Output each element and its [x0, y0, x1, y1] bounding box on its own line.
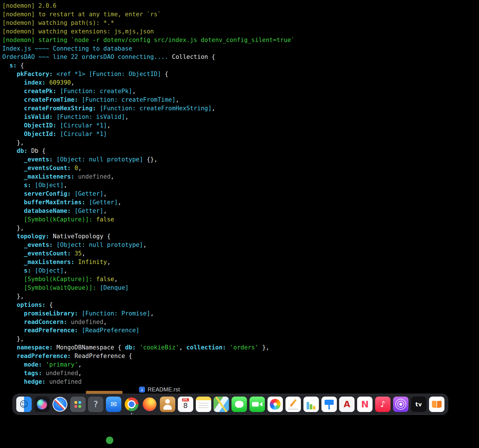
- dock-icon-books[interactable]: [429, 397, 444, 412]
- terminal-line: _maxListeners: undefined,: [2, 173, 479, 181]
- dock-icon-keynote[interactable]: [321, 397, 337, 412]
- terminal-text-segment: [78, 96, 82, 103]
- terminal-text-segment: [2, 310, 24, 317]
- dock-icon-safari[interactable]: [52, 397, 68, 412]
- terminal-text-segment: _eventsCount:: [24, 165, 71, 171]
- terminal-text-segment: ,: [118, 199, 122, 206]
- terminal-text-segment: [Circular *1]: [60, 122, 107, 129]
- terminal-text-segment: _events:: [24, 156, 53, 163]
- dock-icon-photos[interactable]: [267, 397, 283, 412]
- terminal-line: tags: undefined,: [2, 369, 479, 378]
- terminal-text-segment: [78, 310, 82, 317]
- dock-icon-siri[interactable]: [34, 397, 50, 412]
- terminal-text-segment: [71, 207, 75, 214]
- calendar-month: JUL: [182, 398, 189, 401]
- terminal-text-segment: [75, 259, 78, 265]
- terminal-text-segment: [2, 122, 24, 129]
- terminal-text-segment: s:: [9, 62, 17, 69]
- dock-icon-calendar[interactable]: JUL8: [178, 397, 193, 412]
- dock-icon-maps[interactable]: [214, 397, 229, 412]
- calendar-day: 8: [183, 401, 188, 410]
- dock-icon-numbers[interactable]: [303, 397, 319, 412]
- terminal-text-segment: [Getter]: [75, 190, 103, 197]
- terminal-text-segment: ,: [78, 361, 82, 368]
- dock-icon-mail[interactable]: ✉: [106, 397, 121, 412]
- terminal-text-segment: Infinity: [78, 259, 107, 265]
- terminal-text-segment: undefined: [46, 370, 78, 377]
- terminal-text-segment: ,: [64, 182, 67, 189]
- terminal-text-segment: ,: [110, 173, 114, 180]
- terminal-line: _maxListeners: Infinity,: [2, 258, 479, 267]
- terminal-text-segment: [Function: isValid]: [57, 113, 125, 120]
- dock-icon-missing-app[interactable]: ?: [88, 397, 103, 412]
- terminal-line: [Symbol(kCapture)]: false,: [2, 275, 479, 284]
- dock-icon-firefox[interactable]: [142, 397, 157, 412]
- terminal-text-segment: ReadPreference {: [71, 353, 132, 359]
- terminal-text-segment: _events:: [24, 241, 53, 248]
- terminal-text-segment: [2, 165, 24, 171]
- terminal-text-segment: ,: [107, 122, 111, 129]
- dock-icon-podcasts[interactable]: [393, 397, 408, 412]
- terminal-text-segment: [Function: createFromTime]: [82, 96, 176, 103]
- terminal-text-segment: undefined: [71, 319, 103, 325]
- dock-icon-autocad[interactable]: A: [339, 397, 355, 412]
- terminal-text-segment: [2, 62, 9, 69]
- dock-icon-news[interactable]: N: [357, 397, 373, 412]
- terminal-text-segment: ,: [179, 344, 186, 351]
- terminal-text-segment: false: [96, 276, 114, 283]
- dock-icon-launchpad[interactable]: [70, 397, 86, 412]
- background-window-readme[interactable]: ↓ README.rst: [139, 386, 180, 393]
- dock-icon-messages[interactable]: [232, 397, 247, 412]
- terminal-line: readConcern: undefined,: [2, 318, 479, 327]
- terminal-line: promiseLibrary: [Function: Promise],: [2, 309, 479, 318]
- terminal-text-segment: [226, 344, 230, 351]
- dock-icon-contacts[interactable]: [160, 397, 175, 412]
- dock-icon-pages[interactable]: [285, 397, 301, 412]
- terminal-text-segment: hedge:: [24, 378, 46, 385]
- terminal-line: s: [Object],: [2, 267, 479, 275]
- terminal-text-segment: pkFactory:: [17, 71, 53, 77]
- dock-icon-finder[interactable]: ☺: [16, 397, 32, 412]
- terminal-text-segment: MongoDBNamespace {: [53, 344, 125, 351]
- dock-icon-appletv[interactable]: tv: [411, 397, 426, 412]
- terminal-line: },: [2, 139, 479, 147]
- terminal-text-segment: [2, 327, 24, 334]
- dock-icon-music[interactable]: ♪: [375, 397, 391, 412]
- terminal-text-segment: readPreference:: [17, 353, 71, 359]
- terminal-line: _eventsCount: 35,: [2, 249, 479, 258]
- terminal-text-segment: [Symbol(kCapture)]:: [24, 276, 92, 283]
- terminal-text-segment: [nodemon] 2.0.6: [2, 2, 57, 9]
- music-glyph: ♪: [380, 400, 385, 408]
- terminal-text-segment: collection:: [186, 344, 226, 351]
- terminal-text-segment: [2, 216, 24, 223]
- terminal-text-segment: s:: [24, 267, 31, 274]
- terminal-text-segment: options:: [17, 301, 46, 308]
- terminal-text-segment: ,: [114, 276, 118, 283]
- terminal-text-segment: [92, 216, 96, 223]
- terminal-text-segment: db:: [125, 344, 136, 351]
- dock-icon-notes[interactable]: [196, 397, 211, 412]
- terminal-window: [nodemon] 2.0.6[nodemon] to restart at a…: [0, 0, 479, 448]
- terminal-text-segment: createPk:: [24, 88, 57, 95]
- terminal-text-segment: [46, 378, 49, 385]
- terminal-text-segment: [67, 319, 71, 325]
- appletv-glyph: tv: [415, 402, 422, 407]
- terminal-text-segment: mode:: [24, 361, 42, 368]
- terminal-text-segment: ,: [103, 190, 107, 197]
- terminal-text-segment: [31, 267, 35, 274]
- terminal-text-segment: Collection {: [172, 53, 215, 60]
- terminal-text-segment: [2, 276, 24, 283]
- dock-icon-chrome[interactable]: [124, 397, 139, 412]
- terminal-text-segment: [Object: null prototype]: [57, 241, 143, 248]
- dock-icon-facetime[interactable]: [249, 397, 265, 412]
- terminal-text-segment: [2, 378, 24, 385]
- terminal-text-segment: db:: [17, 147, 28, 154]
- readme-file-icon: ↓: [139, 387, 145, 393]
- terminal-text-segment: [2, 344, 17, 351]
- terminal-text-segment: [53, 241, 57, 248]
- desktop-screen: [nodemon] 2.0.6[nodemon] to restart at a…: [0, 0, 479, 448]
- terminal-text-segment: _maxListeners:: [24, 173, 75, 180]
- terminal-text-segment: undefined: [49, 378, 82, 385]
- terminal-text-segment: isValid:: [24, 113, 53, 120]
- terminal-text-segment: [57, 131, 60, 137]
